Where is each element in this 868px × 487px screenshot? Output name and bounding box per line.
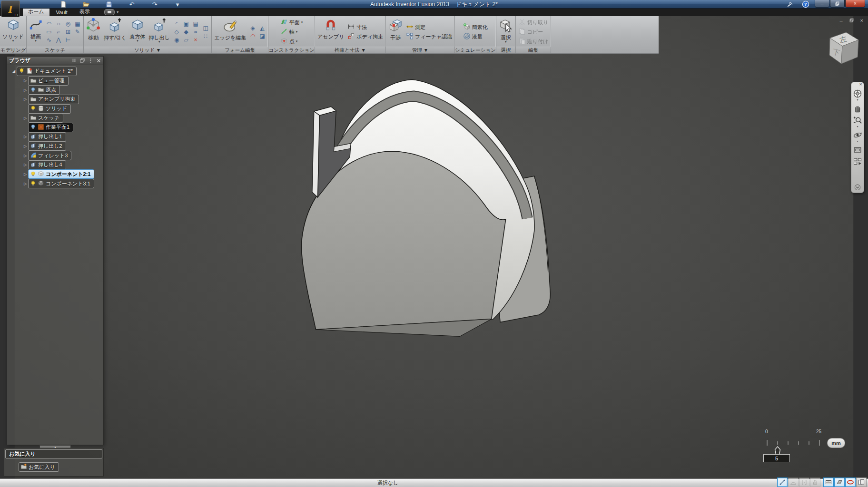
browser-filter-list-icon[interactable] xyxy=(71,58,77,63)
edit-edges-button[interactable]: エッジを編集 xyxy=(213,17,247,47)
zoom-icon[interactable]: ▾ xyxy=(853,116,862,128)
pan-hand-icon[interactable] xyxy=(853,104,862,113)
help-icon[interactable]: ? xyxy=(800,0,811,8)
tree-arrow-icon[interactable]: ▷ xyxy=(22,135,28,139)
tree-arrow-icon[interactable]: ◢ xyxy=(11,69,17,73)
dropdown-arrow-icon[interactable]: ▾ xyxy=(137,39,138,42)
model-canvas[interactable] xyxy=(0,16,868,478)
plane-button[interactable]: 平面▾ xyxy=(279,18,304,27)
view-cube[interactable]: 左 下 xyxy=(823,28,866,71)
dimension-button[interactable]: 寸法 xyxy=(346,23,384,32)
steering-wheel-icon[interactable]: ▾ xyxy=(853,89,862,101)
tree-node-extrusion-1[interactable]: 押し出し1 xyxy=(28,132,66,142)
extrude-button[interactable]: 押し出し▾ xyxy=(148,17,171,47)
status-ruler-toggle[interactable] xyxy=(823,477,834,487)
paste-button[interactable]: 貼り付け xyxy=(517,37,550,46)
browser-layers-icon[interactable] xyxy=(79,58,85,63)
bulb-yellow-icon[interactable] xyxy=(30,105,36,112)
status-bounds-toggle[interactable] xyxy=(799,477,809,487)
offset-curve-button[interactable]: ◎ xyxy=(64,20,72,28)
shell-button[interactable]: ▣ xyxy=(182,20,190,28)
scale-value-field[interactable]: 5 xyxy=(763,454,790,462)
box-button[interactable]: 直方体▾ xyxy=(129,17,147,47)
mirror-button[interactable]: ◫ xyxy=(201,24,210,32)
feature-recognition-button[interactable]: フィーチャ認識 xyxy=(405,32,453,41)
dropdown-arrow-icon[interactable]: ▾ xyxy=(301,21,303,24)
look-at-icon[interactable] xyxy=(853,145,862,155)
press-pull-button[interactable]: 押す/引く xyxy=(103,17,128,47)
volume-button[interactable]: 液量 xyxy=(462,32,489,41)
customize-button[interactable]: ▾ xyxy=(172,0,183,8)
point-button[interactable]: 点▾ xyxy=(279,37,304,46)
spline-button[interactable]: ∿ xyxy=(45,36,53,44)
thicken-button[interactable]: ▤ xyxy=(191,20,200,28)
dropdown-arrow-icon[interactable]: ▾ xyxy=(505,40,507,43)
sketch-fillet-button[interactable]: ⌐ xyxy=(54,28,63,36)
fillet-button[interactable]: ◜ xyxy=(172,20,181,28)
dropdown-arrow-icon[interactable]: ▾ xyxy=(12,39,14,42)
window-minimize-button[interactable]: – xyxy=(815,0,829,8)
select-button[interactable]: 選択▾ xyxy=(498,17,514,47)
tree-arrow-icon[interactable]: ▷ xyxy=(22,88,28,92)
display-settings-icon[interactable] xyxy=(853,157,862,166)
navbar-close-icon[interactable]: ✕ xyxy=(859,83,862,87)
edit-sketch-button[interactable]: ✎ xyxy=(73,28,82,36)
tree-node-extrusion-2[interactable]: 押し出し2 xyxy=(28,141,66,151)
dropdown-arrow-icon[interactable]: ▾ xyxy=(35,39,37,42)
more-icon[interactable] xyxy=(854,184,861,191)
undo-button[interactable]: ↶ xyxy=(127,0,137,8)
rectangle-button[interactable]: ▭ xyxy=(45,28,53,36)
sketch-dimension-button[interactable]: ⊢ xyxy=(64,36,72,44)
tree-node-assembly-constraints[interactable]: アセンブリ拘束 xyxy=(28,95,79,104)
unit-button[interactable]: mm xyxy=(827,438,845,448)
scale-body-button[interactable]: ▱ xyxy=(182,36,190,44)
browser-close-icon[interactable] xyxy=(96,58,101,63)
ribbon-group-label-solid[interactable]: ソリッド ▼ xyxy=(84,47,211,53)
simplify-button[interactable]: 簡素化 xyxy=(462,23,489,32)
hole-button[interactable]: ◉ xyxy=(172,36,181,44)
tree-node-view-management[interactable]: ビュー管理 xyxy=(28,76,69,86)
document-minimize-button[interactable]: – xyxy=(839,18,842,23)
ribbon-group-label-manage[interactable]: 管理 ▼ xyxy=(386,47,454,53)
redo-button[interactable]: ↷ xyxy=(149,0,160,8)
symmetry-button[interactable]: ◭ xyxy=(258,24,266,32)
solid-button[interactable]: ソリッド▾ xyxy=(1,17,25,47)
delete-face-button[interactable]: × xyxy=(191,36,200,44)
status-loop-toggle[interactable] xyxy=(845,477,856,487)
tree-node-component-3-1[interactable]: コンポーネント3:1 xyxy=(28,179,94,188)
tree-arrow-icon[interactable]: ▷ xyxy=(22,144,28,148)
move-button[interactable]: 移動 xyxy=(85,17,101,47)
three-point-arc-button[interactable]: ◠ xyxy=(45,20,53,28)
communication-center-icon[interactable] xyxy=(784,0,795,8)
bulb-yellow-icon[interactable] xyxy=(30,171,36,178)
tree-node-extrusion-4[interactable]: 押し出し4 xyxy=(28,160,66,170)
tab-vault[interactable]: Vault xyxy=(51,9,73,16)
orbit-icon[interactable]: ▾ xyxy=(853,130,862,143)
status-precision-toggle[interactable] xyxy=(777,477,788,487)
render-dropdown-button[interactable]: ▼ xyxy=(104,9,119,15)
axis-button[interactable]: 軸▾ xyxy=(279,28,304,37)
bulb-blue-icon[interactable] xyxy=(30,87,36,94)
favorites-item-favorites-folder[interactable]: お気に入り xyxy=(19,462,59,472)
dropdown-arrow-icon[interactable]: ▾ xyxy=(296,40,298,43)
bulb-blue-icon[interactable] xyxy=(30,124,36,131)
status-dome-toggle[interactable] xyxy=(788,477,799,487)
copy-button[interactable]: コピー xyxy=(517,28,550,37)
tree-node-origin[interactable]: 原点 xyxy=(28,85,60,95)
split-face-button[interactable]: ◪ xyxy=(258,32,266,40)
tree-arrow-icon[interactable]: ▷ xyxy=(22,97,28,101)
tree-arrow-icon[interactable]: ▷ xyxy=(22,172,28,176)
bulb-yellow-icon[interactable] xyxy=(30,180,36,187)
body-constraint-button[interactable]: ボディ拘束 xyxy=(346,32,384,41)
pattern-button[interactable]: ∷ xyxy=(201,32,210,40)
project-geometry-button[interactable]: ⊞ xyxy=(64,28,72,36)
status-grid-toggle[interactable] xyxy=(834,477,845,487)
draw-button[interactable]: 描画▾ xyxy=(28,17,43,47)
tree-node-component-2-1[interactable]: コンポーネント2:1 xyxy=(28,169,94,179)
tree-node-work-plane-1[interactable]: 作業平面1 xyxy=(28,123,73,132)
assembly-button[interactable]: アセンブリ xyxy=(316,17,345,47)
draft-button[interactable]: ◆ xyxy=(182,28,190,36)
window-close-button[interactable]: × xyxy=(845,0,865,8)
insert-image-button[interactable]: ▦ xyxy=(73,20,82,28)
viewport[interactable]: ソリッド▾モデリング描画▾◠○◎▦▭⌐⊞✎∿⋀⊢スケッチ移動押す/引く直方体▾押… xyxy=(0,16,868,478)
